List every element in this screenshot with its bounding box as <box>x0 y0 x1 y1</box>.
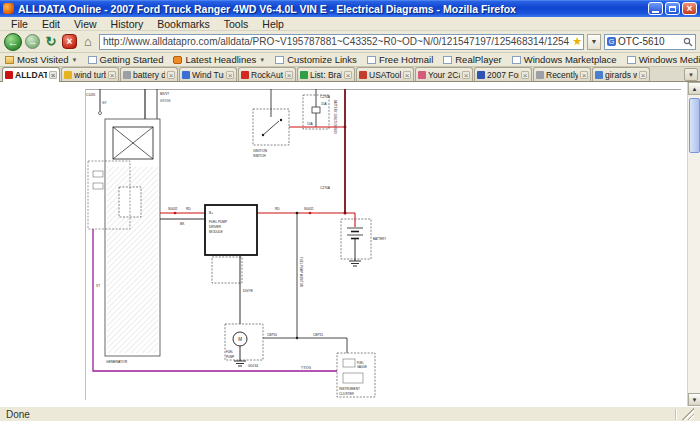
bookmark-label: RealPlayer <box>455 54 501 65</box>
bookmark-free-hotmail[interactable]: Free Hotmail <box>367 54 433 65</box>
back-button[interactable]: ← <box>4 33 22 51</box>
component-label-ignition-1: IGNITION <box>253 149 268 153</box>
wire-label-gy: GY <box>102 101 107 105</box>
tab-close-icon[interactable]: × <box>403 71 411 79</box>
resize-grip[interactable] <box>682 408 694 420</box>
bookmark-star-icon[interactable]: ★ <box>572 35 582 48</box>
wire-label-15a: 15A <box>307 122 314 126</box>
reload-icon: ↻ <box>46 34 57 49</box>
menu-edit[interactable]: Edit <box>35 18 67 30</box>
tab-close-icon[interactable]: × <box>108 71 116 79</box>
tab-favicon <box>359 71 367 79</box>
chevron-down-icon: ▼ <box>591 38 598 45</box>
component-label-fuel-pump-2: PUMP <box>226 355 234 359</box>
page-icon <box>367 56 376 64</box>
page-icon <box>443 56 452 64</box>
tab-close-icon[interactable]: × <box>580 71 588 79</box>
tab-favicon <box>595 71 603 79</box>
forward-button[interactable]: → <box>25 34 40 49</box>
page-content: C1035 GY BK/VT GY/OG C270B C270A 15A BAT… <box>0 82 700 406</box>
component-label-generator: GENERATOR <box>106 360 128 364</box>
home-icon: ⌂ <box>84 34 92 49</box>
scroll-down-button[interactable]: ▼ <box>688 393 700 406</box>
bookmark-label: Windows Marketplace <box>524 54 617 65</box>
close-icon: × <box>687 4 693 14</box>
wire-label-c270a: C270A <box>320 186 331 190</box>
tab-alldata[interactable]: ALLDAT...× <box>2 67 60 82</box>
tab-battery-drain[interactable]: battery drain i...× <box>120 67 178 81</box>
menu-bar: File Edit View History Bookmarks Tools H… <box>0 17 700 31</box>
battery-component <box>341 213 371 266</box>
stop-button[interactable]: × <box>62 34 77 49</box>
status-text: Done <box>6 409 669 420</box>
tab-close-icon[interactable]: × <box>521 71 529 79</box>
menu-history[interactable]: History <box>104 18 151 30</box>
tab-label: Wind Turbine ... <box>192 70 224 80</box>
bookmark-label: Free Hotmail <box>379 54 433 65</box>
tab-recently-asked[interactable]: Recently Aske...× <box>533 67 591 81</box>
tab-close-icon[interactable]: × <box>344 71 352 79</box>
minimize-button[interactable] <box>648 2 663 15</box>
bookmark-most-visited[interactable]: Most Visited▼ <box>5 54 78 65</box>
tab-brake-parts[interactable]: List: Brake Pa...× <box>297 67 355 81</box>
tab-close-icon[interactable]: × <box>285 71 293 79</box>
scrollbar-thumb[interactable] <box>689 98 700 153</box>
search-box[interactable]: G <box>604 34 696 50</box>
close-button[interactable]: × <box>682 2 697 15</box>
tab-favicon <box>182 71 190 79</box>
component-label-fuel-gauge-1: FUEL <box>357 361 364 365</box>
bookmark-label: Most Visited <box>17 54 69 65</box>
component-label-bjb: BATTERY JUNCTION BOX <box>333 100 337 134</box>
component-label-cluster-2: CLUSTER <box>339 392 355 396</box>
bookmark-customize-links[interactable]: Customize Links <box>275 54 357 65</box>
tab-label: battery drain i... <box>133 70 165 80</box>
search-icon[interactable] <box>683 37 693 47</box>
bookmark-latest-headlines[interactable]: Latest Headlines▼ <box>173 54 265 65</box>
component-label-cluster-1: INSTRUMENT <box>339 387 360 391</box>
tab-close-icon[interactable]: × <box>226 71 234 79</box>
menu-help[interactable]: Help <box>255 18 291 30</box>
tab-close-icon[interactable]: × <box>49 71 57 79</box>
tab-rockauto[interactable]: RockAuto Part...× <box>238 67 296 81</box>
tab-favicon <box>5 71 13 79</box>
scroll-up-button[interactable]: ▲ <box>688 82 700 95</box>
menu-bookmarks[interactable]: Bookmarks <box>150 18 217 30</box>
tab-close-icon[interactable]: × <box>462 71 470 79</box>
tab-wind-turbine-1[interactable]: wind turbine t...× <box>61 67 119 81</box>
menu-file[interactable]: File <box>4 18 35 30</box>
search-engine-icon[interactable]: G <box>607 37 616 46</box>
maximize-button[interactable] <box>665 2 680 15</box>
url-input[interactable] <box>99 34 584 50</box>
tab-favicon <box>477 71 485 79</box>
page-icon <box>512 56 521 64</box>
list-all-tabs-button[interactable]: ▼ <box>684 68 698 81</box>
tab-label: List: Brake Pa... <box>310 70 342 80</box>
vertical-scrollbar[interactable]: ▲ ▼ <box>687 82 700 406</box>
tab-usatoolware[interactable]: USAToolWare...× <box>356 67 414 81</box>
bookmark-realplayer[interactable]: RealPlayer <box>443 54 501 65</box>
wire-label-vt: VT <box>96 284 100 288</box>
reload-button[interactable]: ↻ <box>43 34 59 50</box>
bookmark-getting-started[interactable]: Getting Started <box>88 54 164 65</box>
bookmark-windows-marketplace[interactable]: Windows Marketplace <box>512 54 617 65</box>
chevron-down-icon: ▼ <box>688 72 694 78</box>
tab-2007-ford-ranger[interactable]: 2007 Ford Ra...× <box>474 67 532 81</box>
tab-2carpros[interactable]: Your 2CarPros...× <box>415 67 473 81</box>
tab-wind-turbine-2[interactable]: Wind Turbine ...× <box>179 67 237 81</box>
url-dropdown-button[interactable]: ▼ <box>587 34 601 50</box>
bookmark-label: Latest Headlines <box>185 54 256 65</box>
tab-girards-watch[interactable]: girards watch ...× <box>592 67 650 81</box>
home-button[interactable]: ⌂ <box>80 34 96 50</box>
wire-cluster-feed <box>263 337 347 353</box>
search-input[interactable] <box>618 36 681 47</box>
fuel-pump-component <box>225 324 263 366</box>
menu-view[interactable]: View <box>67 18 104 30</box>
minimize-icon <box>652 11 659 13</box>
bookmark-windows-media[interactable]: Windows Media <box>627 54 700 65</box>
wire-label-s0032b: S0032 <box>304 207 313 211</box>
menu-tools[interactable]: Tools <box>217 18 256 30</box>
forward-icon: → <box>28 37 37 47</box>
tab-close-icon[interactable]: × <box>167 71 175 79</box>
tab-close-icon[interactable]: × <box>639 71 647 79</box>
wire-label-rd-b: RD <box>275 207 280 211</box>
